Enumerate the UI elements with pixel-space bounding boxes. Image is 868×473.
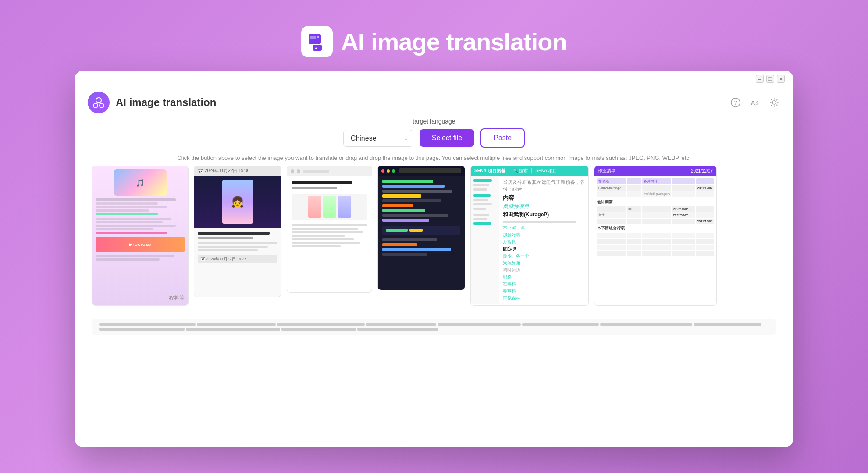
thumbnail-grid: 🎵 ▶ TOKYO MX [92,166,776,314]
settings-icon[interactable] [768,96,780,109]
svg-rect-2 [310,36,316,39]
svg-point-7 [96,98,101,103]
outer-header: A AI image translation [301,26,566,57]
app-logo [88,92,110,113]
maximize-button[interactable]: ❐ [766,75,774,83]
language-select[interactable]: Chinese English Japanese Korean Spanish [343,130,413,147]
svg-line-11 [99,103,102,103]
author-label: 程将等 [169,294,185,302]
controls-area: target language Chinese English Japanese… [343,118,525,148]
svg-rect-4 [317,39,319,39]
hint-text: Click the button above to select the ima… [177,155,690,161]
svg-point-16 [772,101,776,104]
select-file-button[interactable]: Select file [420,129,474,147]
app-window: – ❐ ✕ AI image translation [75,71,793,447]
svg-point-8 [93,103,98,108]
outer-logo: A [301,26,333,57]
thumbnail-3[interactable] [287,166,372,293]
target-language-label: target language [413,118,455,125]
paste-button[interactable]: Paste [480,128,525,148]
svg-text:?: ? [734,99,737,106]
thumbnail-1[interactable]: 🎵 ▶ TOKYO MX [92,166,189,306]
svg-text:文: 文 [755,100,760,106]
window-body: AI image translation ? A 文 [75,87,793,447]
language-row: target language Chinese English Japanese… [343,118,525,148]
thumbnail-5[interactable]: SEKAI项目据基 🔍 搜索 SEKAI项目 [470,166,589,306]
main-content: target language Chinese English Japanese… [75,118,793,447]
thumbnail-4[interactable] [377,166,465,290]
topbar-left: AI image translation [88,92,216,113]
svg-rect-3 [317,36,319,38]
thumbnail-6[interactable]: 作业清单 2021/12/07 文名稿 备注内容 [594,166,717,306]
svg-line-10 [96,103,99,103]
svg-point-9 [100,103,104,108]
controls-buttons: Chinese English Japanese Korean Spanish … [343,128,525,148]
svg-text:A: A [315,46,318,50]
translate-icon[interactable]: A 文 [749,96,761,109]
language-select-wrapper[interactable]: Chinese English Japanese Korean Spanish [343,130,413,147]
thumbnail-2[interactable]: 📅 2024年11月22日 19:00 👧 📅 2024年11月22日 19:2… [194,166,281,297]
app-title: AI image translation [116,96,216,109]
topbar: AI image translation ? A 文 [75,87,793,118]
outer-title: AI image translation [341,28,566,56]
close-button[interactable]: ✕ [777,75,785,83]
topbar-right: ? A 文 [729,96,780,109]
bottom-text-area [92,319,776,335]
help-icon[interactable]: ? [729,96,742,109]
title-bar: – ❐ ✕ [75,71,793,87]
minimize-button[interactable]: – [756,75,764,83]
